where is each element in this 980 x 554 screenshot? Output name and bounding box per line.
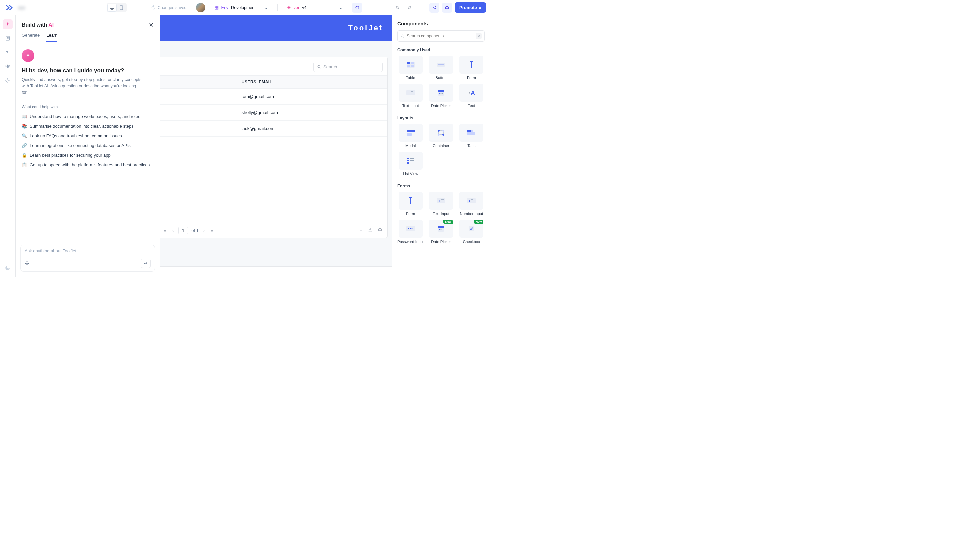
next-page-icon[interactable]: ›	[202, 228, 206, 233]
component-modal[interactable]: Modal	[397, 124, 424, 148]
first-page-icon[interactable]: «	[162, 228, 167, 233]
svg-rect-65	[467, 198, 476, 203]
debug-icon[interactable]	[3, 61, 13, 71]
build-with-ai-panel: Build with AI ✕ Generate Learn Hi lts-de…	[16, 15, 160, 277]
component-list-view[interactable]: List View	[397, 152, 424, 176]
component-date-picker-2[interactable]: NewDate Picker	[428, 220, 454, 244]
component-table[interactable]: Table	[397, 56, 424, 80]
canvas-brand: ToolJet	[348, 24, 383, 32]
svg-point-12	[318, 65, 320, 68]
search-components-field[interactable]	[407, 33, 474, 38]
component-form-2[interactable]: Form	[397, 192, 424, 216]
svg-point-42	[438, 130, 440, 132]
component-container[interactable]: Container	[428, 124, 454, 148]
ai-help-item[interactable]: 📖Understand how to manage workspaces, us…	[22, 114, 154, 119]
tooljet-logo-icon[interactable]	[4, 2, 15, 13]
svg-rect-52	[471, 130, 473, 132]
desktop-view-button[interactable]	[108, 4, 116, 11]
submit-enter-button[interactable]: ↵	[141, 259, 151, 268]
svg-rect-50	[467, 132, 475, 135]
svg-rect-21	[407, 65, 410, 67]
page-number[interactable]: 1	[178, 227, 188, 234]
component-password-input[interactable]: Password Input	[397, 220, 424, 244]
search-icon	[400, 34, 405, 38]
svg-rect-41	[407, 133, 412, 136]
refresh-button[interactable]	[352, 3, 362, 13]
svg-point-43	[442, 130, 444, 132]
add-row-icon[interactable]: ＋	[359, 228, 363, 234]
svg-rect-55	[407, 162, 409, 164]
component-text[interactable]: aAText	[458, 84, 485, 108]
component-text-input-2[interactable]: TText Input	[428, 192, 454, 216]
svg-rect-53	[407, 158, 409, 159]
tab-generate[interactable]: Generate	[22, 33, 40, 42]
close-icon[interactable]: ✕	[149, 21, 154, 29]
svg-text:A: A	[471, 90, 475, 96]
ai-help-item[interactable]: 📚Summarise documentation into clear, act…	[22, 124, 154, 129]
svg-point-9	[7, 65, 9, 68]
version-selector[interactable]: ❖ ver v4 ⌄	[287, 5, 343, 10]
download-icon[interactable]	[368, 228, 373, 234]
app-name[interactable]: app	[18, 4, 48, 12]
pages-icon[interactable]	[3, 33, 13, 43]
svg-text:T: T	[438, 199, 440, 202]
svg-rect-51	[467, 130, 471, 132]
svg-rect-11	[26, 261, 28, 264]
ai-greeting: Hi lts-dev, how can I guide you today?	[22, 67, 154, 74]
redo-button[interactable]	[405, 3, 415, 13]
svg-rect-73	[438, 226, 444, 228]
visibility-icon[interactable]	[377, 228, 383, 234]
ai-panel-title: Build with AI	[22, 22, 54, 28]
svg-point-45	[442, 134, 444, 136]
microphone-icon[interactable]	[25, 261, 29, 266]
preview-button[interactable]	[442, 3, 452, 13]
svg-point-75	[440, 229, 441, 230]
undo-button[interactable]	[392, 3, 402, 13]
inspect-icon[interactable]	[3, 47, 13, 57]
component-date-picker[interactable]: Date Picker	[428, 84, 454, 108]
component-checkbox[interactable]: NewCheckbox	[458, 220, 485, 244]
components-panel: Components ✕ Commonly Used Table Button …	[392, 15, 490, 277]
ai-help-item[interactable]: 🔒Learn best practices for securing your …	[22, 153, 154, 158]
ai-help-item[interactable]: 📋Get up to speed with the platform's fea…	[22, 162, 154, 167]
svg-rect-2	[120, 6, 123, 10]
ai-ask-box[interactable]: Ask anything about ToolJet ↵	[20, 245, 155, 272]
share-button[interactable]	[430, 3, 439, 13]
mobile-view-button[interactable]	[117, 4, 126, 11]
svg-rect-19	[407, 62, 410, 64]
promote-button[interactable]: Promote »	[455, 2, 486, 13]
ai-help-item[interactable]: 🔗Learn integrations like connecting data…	[22, 143, 154, 148]
svg-line-13	[320, 67, 321, 68]
component-number-input[interactable]: 1Number Input	[458, 192, 485, 216]
section-layouts: Layouts	[397, 116, 485, 120]
search-components-input[interactable]: ✕	[397, 30, 485, 42]
svg-point-10	[7, 80, 8, 81]
component-form[interactable]: Form	[458, 56, 485, 80]
svg-rect-54	[407, 160, 409, 161]
settings-gear-icon[interactable]	[3, 75, 13, 85]
ai-orb-icon	[22, 49, 34, 62]
component-text-input[interactable]: TText Input	[397, 84, 424, 108]
pagination: « ‹ 1 of 1 › »	[162, 227, 214, 234]
svg-point-71	[411, 228, 412, 229]
prev-page-icon[interactable]: ‹	[171, 228, 175, 233]
last-page-icon[interactable]: »	[209, 228, 214, 233]
environment-selector[interactable]: ▦ Env Development ⌄	[215, 5, 268, 10]
component-tabs[interactable]: Tabs	[458, 124, 485, 148]
table-search-input[interactable]: Search	[313, 62, 383, 72]
theme-toggle-icon[interactable]	[3, 263, 13, 273]
svg-point-70	[410, 228, 410, 229]
component-button[interactable]: Button	[428, 56, 454, 80]
svg-rect-0	[110, 6, 114, 9]
svg-point-44	[438, 134, 440, 136]
tab-learn[interactable]: Learn	[46, 33, 57, 42]
clear-search-icon[interactable]: ✕	[476, 33, 482, 39]
ai-help-list: 📖Understand how to manage workspaces, us…	[22, 114, 154, 167]
components-title: Components	[397, 21, 485, 26]
ai-help-item[interactable]: 🔍Look up FAQs and troubleshoot common is…	[22, 133, 154, 138]
column-header[interactable]: USERS_EMAIL	[236, 76, 387, 89]
user-avatar[interactable]	[196, 3, 205, 12]
ai-sparkle-icon[interactable]	[3, 19, 13, 29]
device-toggle	[107, 3, 127, 12]
svg-rect-22	[410, 65, 414, 67]
